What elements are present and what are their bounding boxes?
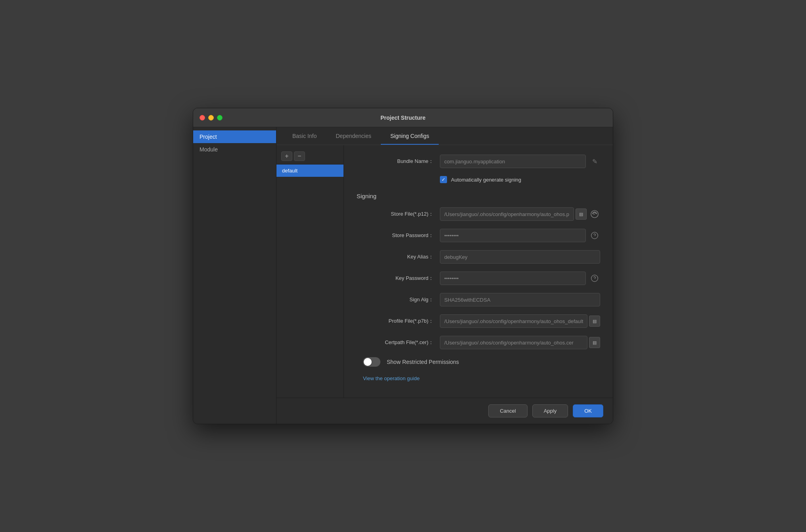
folder-icon: ▤ [579,212,583,217]
store-password-row: Store Password： [357,229,600,242]
folder-icon: ▤ [593,319,597,324]
bundle-name-row: Bundle Name： ✎ [357,155,600,168]
tabs-bar: Basic Info Dependencies Signing Configs [276,127,613,145]
ok-button[interactable]: OK [573,404,603,417]
sidebar-item-project[interactable]: Project [193,130,276,143]
certpath-file-label: Certpath File(*.cer)： [357,339,440,346]
list-panel: + − default [276,145,344,398]
sign-alg-input-wrap [440,293,600,306]
sign-alg-label: Sign Alg： [357,296,440,303]
profile-file-input[interactable] [440,314,587,328]
titlebar: Project Structure [193,108,613,127]
sidebar: Project Module [193,127,276,424]
sign-alg-row: Sign Alg： [357,293,600,306]
auto-sign-row: ✓ Automatically generate signing [440,176,600,183]
key-password-input-wrap [440,272,600,285]
fingerprint-icon[interactable] [589,209,600,220]
profile-file-label: Profile File(*.p7b)： [357,318,440,325]
show-restricted-toggle[interactable] [363,357,380,367]
profile-file-input-wrap: ▤ [440,314,600,328]
key-alias-input[interactable] [440,250,600,264]
list-toolbar: + − [276,148,344,165]
store-password-help-icon[interactable] [589,230,600,241]
toggle-thumb [364,358,372,366]
add-config-button[interactable]: + [281,151,292,161]
content-area: Project Module Basic Info Dependencies S… [193,127,613,424]
minimize-button[interactable] [208,115,214,121]
list-item-default[interactable]: default [276,165,344,177]
svg-point-0 [591,232,598,239]
operation-guide-row: View the operation guide [357,375,600,382]
store-password-label: Store Password： [357,232,440,239]
store-file-input-wrap: ▤ [440,207,587,221]
cancel-button[interactable]: Cancel [488,404,527,417]
signing-section-title: Signing [357,191,600,199]
show-restricted-label: Show Restricted Permissions [387,359,459,365]
tab-dependencies[interactable]: Dependencies [326,127,381,145]
bottom-bar: Cancel Apply OK [276,398,613,424]
certpath-file-row: Certpath File(*.cer)： ▤ [357,336,600,349]
bundle-name-input-wrap: ✎ [440,155,600,168]
key-password-input[interactable] [440,272,586,285]
checkmark-icon: ✓ [441,177,445,182]
project-structure-window: Project Structure Project Module Basic I… [193,108,613,424]
certpath-file-input-wrap: ▤ [440,336,600,349]
edit-icon[interactable]: ✎ [589,156,600,167]
key-alias-row: Key Alias： [357,250,600,264]
certpath-file-input[interactable] [440,336,587,349]
close-button[interactable] [200,115,205,121]
key-alias-input-wrap [440,250,600,264]
auto-sign-label: Automatically generate signing [451,177,521,183]
store-password-input[interactable] [440,229,586,242]
store-file-label: Store File(*.p12)： [357,211,440,218]
folder-icon: ▤ [593,340,597,345]
key-alias-label: Key Alias： [357,253,440,260]
form-panel: Bundle Name： ✎ ✓ Automatically generate … [344,145,613,398]
maximize-button[interactable] [217,115,223,121]
bundle-name-input[interactable] [440,155,586,168]
tab-basic-info[interactable]: Basic Info [283,127,326,145]
key-password-help-icon[interactable] [589,273,600,284]
certpath-file-browse-button[interactable]: ▤ [589,337,600,348]
bundle-name-label: Bundle Name： [357,158,440,165]
traffic-lights [200,115,223,121]
tab-signing-configs[interactable]: Signing Configs [381,127,439,145]
store-file-browse-button[interactable]: ▤ [576,209,587,220]
store-file-input[interactable] [440,207,574,221]
key-password-label: Key Password： [357,275,440,282]
show-restricted-row: Show Restricted Permissions [357,357,600,367]
svg-point-2 [591,275,598,282]
sidebar-item-module[interactable]: Module [193,143,276,156]
operation-guide-link[interactable]: View the operation guide [363,375,420,381]
main-content: + − default Bundle Name： [276,145,613,398]
auto-sign-checkbox[interactable]: ✓ [440,176,447,183]
profile-file-browse-button[interactable]: ▤ [589,316,600,327]
window-title: Project Structure [380,115,426,121]
apply-button[interactable]: Apply [532,404,568,417]
store-file-row: Store File(*.p12)： ▤ [357,207,600,221]
sign-alg-input[interactable] [440,293,600,306]
remove-config-button[interactable]: − [294,151,305,161]
key-password-row: Key Password： [357,272,600,285]
profile-file-row: Profile File(*.p7b)： ▤ [357,314,600,328]
main-panel: Basic Info Dependencies Signing Configs … [276,127,613,424]
store-password-input-wrap [440,229,600,242]
